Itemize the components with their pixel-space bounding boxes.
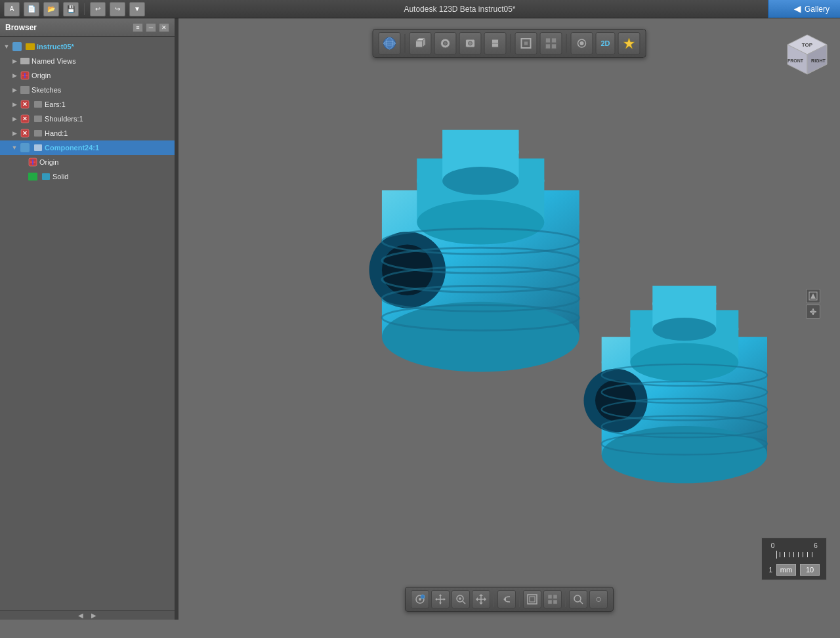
scroll-left[interactable]: ◀ — [74, 612, 87, 619]
svg-rect-103 — [553, 600, 557, 604]
svg-text:✕: ✕ — [22, 116, 28, 122]
tree-item-solid[interactable]: ▶ Solid — [0, 169, 175, 184]
expand-component24[interactable]: ▼ — [10, 144, 18, 152]
svg-rect-29 — [546, 44, 551, 49]
right-view-button[interactable] — [484, 32, 507, 54]
move-button[interactable] — [472, 590, 490, 608]
front-view-button[interactable] — [434, 32, 457, 54]
svg-rect-65 — [602, 337, 767, 455]
open-button[interactable]: 📂 — [43, 2, 59, 16]
more-button[interactable]: ○ — [589, 590, 608, 608]
svg-point-61 — [382, 266, 579, 292]
browser-close[interactable]: ✕ — [159, 23, 169, 32]
tree-item-shoulders[interactable]: ▶ ✕ Shoulders:1 — [0, 112, 175, 126]
tree-label-sketches: Sketches — [32, 86, 61, 94]
svg-marker-33 — [624, 38, 635, 49]
scale-end: 6 — [814, 542, 818, 549]
svg-rect-68 — [630, 310, 738, 362]
tree-item-ears[interactable]: ▶ ✕ Ears:1 — [0, 97, 175, 112]
gallery-label[interactable]: Gallery — [805, 5, 830, 14]
zoom-button[interactable] — [452, 590, 470, 608]
tree-label-component24: Component24:1 — [45, 144, 99, 152]
icon-named-views — [20, 56, 30, 66]
scroll-right[interactable]: ▶ — [87, 612, 100, 619]
tree-label-ears: Ears:1 — [45, 100, 66, 108]
tile-button[interactable] — [543, 590, 562, 608]
tree-item-sketches[interactable]: ▶ Sketches — [0, 83, 175, 97]
scale-bar: 0 6 1 mm — [761, 538, 827, 580]
lens-button[interactable] — [569, 590, 587, 608]
frame-button[interactable] — [515, 32, 537, 54]
quad-button[interactable] — [540, 32, 562, 54]
browser-scrollbar[interactable]: ◀ ▶ — [0, 610, 175, 620]
svg-line-88 — [463, 601, 465, 604]
main-toolbar: 2D — [373, 29, 646, 58]
tree-item-origin1[interactable]: ▶ Origin — [0, 68, 175, 83]
svg-point-76 — [602, 381, 767, 403]
svg-text:TOP: TOP — [802, 42, 813, 48]
icon-sketches — [20, 85, 30, 95]
viewport-ctrl-2[interactable] — [806, 305, 820, 319]
svg-point-72 — [652, 318, 716, 341]
tb-sep3 — [566, 34, 567, 53]
tree-label-hand: Hand:1 — [45, 129, 68, 137]
orbit-button[interactable] — [411, 590, 429, 608]
pan-button[interactable] — [431, 590, 450, 608]
svg-point-60 — [382, 247, 579, 273]
tree-item-component24[interactable]: ▼ Component24:1 — [0, 140, 175, 155]
viewport-ctrl-1[interactable] — [806, 289, 820, 303]
browser-expand-all[interactable]: ≡ — [133, 23, 143, 32]
svg-point-66 — [602, 426, 767, 483]
bt-sep2 — [519, 591, 520, 607]
expand-named-views[interactable]: ▶ — [10, 57, 18, 65]
expand-root[interactable]: ▼ — [3, 43, 10, 51]
svg-text:FRONT: FRONT — [788, 58, 804, 63]
svg-marker-83 — [439, 594, 442, 596]
new-button[interactable]: 📄 — [24, 2, 39, 16]
options-button[interactable]: ▼ — [129, 2, 145, 16]
svg-marker-93 — [484, 597, 486, 601]
svg-marker-85 — [435, 598, 437, 601]
svg-point-77 — [602, 398, 767, 420]
svg-point-79 — [602, 433, 767, 455]
special-button[interactable] — [618, 32, 640, 54]
tree-item-named-views[interactable]: ▶ Named Views — [0, 54, 175, 68]
svg-point-73 — [584, 369, 648, 433]
ruler-line — [776, 551, 812, 559]
bt-sep1 — [494, 591, 494, 607]
back-button[interactable] — [497, 590, 516, 608]
app-icon[interactable]: A — [4, 2, 20, 16]
expand-hand[interactable]: ▶ — [10, 129, 18, 137]
icon-origin2 — [28, 158, 38, 167]
expand-ears[interactable]: ▶ — [10, 100, 18, 108]
viewport[interactable]: 2D TOP FRONT RIGHT — [178, 18, 840, 620]
svg-rect-26 — [524, 41, 528, 45]
2d-button[interactable]: 2D — [596, 32, 616, 54]
redo-button[interactable]: ↪ — [110, 2, 125, 16]
expand-sketches[interactable]: ▶ — [10, 86, 18, 94]
save-button[interactable]: 💾 — [63, 2, 79, 16]
tree-item-root[interactable]: ▼ instruct05* — [0, 39, 175, 54]
svg-point-58 — [382, 244, 433, 295]
svg-point-59 — [382, 228, 579, 254]
svg-line-105 — [580, 601, 583, 604]
box-view-button[interactable] — [410, 32, 432, 54]
back-view-button[interactable] — [459, 32, 482, 54]
viewport-svg — [178, 18, 840, 620]
svg-marker-45 — [812, 313, 814, 315]
expand-origin1[interactable]: ▶ — [10, 72, 18, 79]
undo-button[interactable]: ↩ — [90, 2, 106, 16]
cube-navigator[interactable]: TOP FRONT RIGHT — [781, 32, 827, 77]
home-view-button[interactable] — [379, 32, 401, 54]
frame-view-button[interactable] — [523, 590, 541, 608]
tree-item-hand[interactable]: ▶ ✕ Hand:1 — [0, 126, 175, 140]
viewport-controls — [806, 289, 820, 319]
expand-shoulders[interactable]: ▶ — [10, 115, 18, 123]
tree-label-origin2: Origin — [39, 158, 58, 166]
svg-point-20 — [444, 41, 448, 45]
browser-collapse-all[interactable]: ─ — [146, 23, 156, 32]
icon-hand2 — [33, 129, 43, 138]
icon-root2 — [25, 42, 35, 51]
render-button[interactable] — [571, 32, 593, 54]
tree-item-origin2[interactable]: ▶ Origin — [0, 155, 175, 169]
